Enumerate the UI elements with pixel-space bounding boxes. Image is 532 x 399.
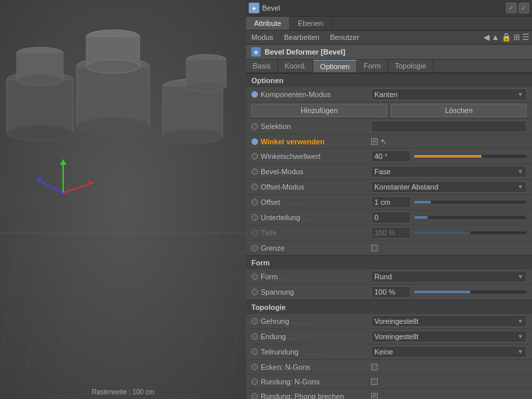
lock-icon[interactable]: 🔒 [501, 33, 511, 42]
deformer-header: ◈ Bevel Deformer [Bevel] [246, 45, 532, 60]
offset-label: Offset ............. [251, 198, 371, 206]
checkbox-rundung-phong[interactable] [371, 393, 378, 400]
row-spannung: Spannung 100 % [246, 285, 532, 300]
checkbox-winkel[interactable] [371, 138, 378, 145]
row-form: Form .... Rund ▼ [246, 269, 532, 285]
subtab-form[interactable]: Form [357, 60, 388, 72]
spannung-input[interactable]: 100 % [371, 286, 411, 298]
offset-value: 1 cm [371, 196, 527, 208]
ecken-ngons-value [371, 364, 527, 370]
form-dropdown[interactable]: Rund ▼ [371, 271, 527, 283]
radio-form[interactable] [251, 273, 258, 280]
radio-gehrung[interactable] [251, 318, 258, 325]
hinzufuegen-button[interactable]: Hinzufügen [251, 104, 387, 117]
menu-modus[interactable]: Modus [249, 32, 276, 43]
bevel-icon: ◈ [249, 3, 259, 13]
winkelschwellwert-input[interactable]: 40 ° [371, 150, 411, 162]
radio-winkelschwell[interactable] [251, 153, 258, 160]
radio-rundung-phong[interactable] [251, 393, 258, 400]
radio-teilrundung[interactable] [251, 348, 258, 355]
section-form: Form [246, 255, 532, 269]
section-topologie: Topologie [246, 300, 532, 314]
unterteilung-slider[interactable] [414, 215, 527, 219]
form-arrow-icon: ▼ [517, 273, 523, 280]
spannung-label: Spannung [251, 288, 371, 296]
subtab-basis[interactable]: Basis [246, 60, 278, 72]
topbar-title: Bevel [262, 4, 281, 12]
checkbox-grenze[interactable] [371, 245, 378, 251]
endung-value: Voreingestellt ▼ [371, 331, 527, 342]
row-offset-modus: Offset-Modus ..... Konstanter Abstand ▼ [246, 180, 532, 195]
subtab-koord[interactable]: Koord. [278, 60, 313, 72]
form-label: Form .... [251, 273, 371, 281]
radio-offset-modus[interactable] [251, 184, 258, 190]
row-winkelschwellwert: Winkelschwellwert 40 ° [246, 149, 532, 164]
nav-arrows: ◀ ▲ 🔒 ⊞ ☰ [483, 33, 529, 42]
check-icon[interactable]: ✓ [506, 3, 517, 13]
menu-icon[interactable]: ☰ [522, 33, 529, 42]
offset-modus-arrow-icon: ▼ [517, 184, 523, 190]
unterteilung-input[interactable]: 0 [371, 211, 411, 223]
offset-slider[interactable] [414, 200, 527, 204]
teilrundung-dropdown[interactable]: Keine ▼ [371, 346, 527, 358]
deformer-title: Bevel Deformer [Bevel] [265, 48, 345, 56]
selektion-input[interactable] [371, 120, 527, 132]
radio-bevel-modus[interactable] [251, 168, 258, 175]
winkelschwellwert-slider[interactable] [414, 154, 527, 158]
bevel-modus-arrow-icon: ▼ [517, 168, 523, 175]
gehrung-label: Gehrung ........... [251, 317, 371, 325]
winkelschwellwert-value: 40 ° [371, 150, 527, 162]
row-gehrung: Gehrung ........... Voreingestellt ▼ [246, 314, 532, 329]
menu-bearbeiten[interactable]: Bearbeiten [281, 32, 322, 43]
tiefe-input[interactable]: 100 % [371, 227, 411, 239]
loeschen-button[interactable]: Löschen [391, 104, 527, 117]
subtab-optionen[interactable]: Optionen [313, 60, 357, 72]
rundung-phong-value [371, 393, 527, 400]
offset-input[interactable]: 1 cm [371, 196, 411, 208]
radio-rundung-ngons[interactable] [251, 378, 258, 385]
svg-line-36 [37, 180, 63, 193]
tab-ebenen[interactable]: Ebenen [290, 17, 332, 30]
grenze-label: Grenze ........... [251, 244, 371, 252]
menu-benutzer[interactable]: Benutzer [327, 32, 362, 43]
checkbox-rundung-ngons[interactable] [371, 378, 378, 385]
radio-selektion[interactable] [251, 123, 258, 130]
radio-spannung[interactable] [251, 289, 258, 295]
spannung-slider[interactable] [414, 290, 527, 294]
bevel-modus-dropdown[interactable]: Fase ▼ [371, 166, 527, 178]
radio-endung[interactable] [251, 333, 258, 340]
row-selektion: Selektion [246, 119, 532, 134]
tiefe-slider[interactable] [414, 231, 527, 235]
row-rundung-phong: Rundung: Phong brechen [246, 389, 532, 399]
rundung-ngons-value [371, 378, 527, 385]
gehrung-dropdown[interactable]: Voreingestellt ▼ [371, 315, 527, 327]
subtab-topologie[interactable]: Topologie [388, 60, 434, 72]
checkbox-ecken-ngons[interactable] [371, 364, 378, 370]
teilrundung-arrow-icon: ▼ [517, 348, 523, 355]
endung-dropdown[interactable]: Voreingestellt ▼ [371, 331, 527, 342]
viewport-scale-label: Rasterweite : 100 cm [92, 388, 154, 396]
unterteilung-value: 0 [371, 211, 527, 223]
spannung-value: 100 % [371, 286, 527, 298]
arrow-up-icon[interactable]: ▲ [491, 33, 499, 42]
tab-attribute[interactable]: Attribute [246, 17, 290, 30]
offset-modus-dropdown[interactable]: Konstanter Abstand ▼ [371, 181, 527, 193]
row-komponenten-modus: Komponenten-Modus Kanten ▼ [246, 87, 532, 102]
radio-ecken-ngons[interactable] [251, 364, 258, 370]
teilrundung-value: Keine ▼ [371, 346, 527, 358]
radio-winkel[interactable] [251, 138, 258, 145]
bevel-modus-label: Bevel-Modus ..... [251, 168, 371, 176]
radio-komponenten[interactable] [251, 91, 258, 98]
komponenten-modus-dropdown[interactable]: Kanten ▼ [371, 88, 527, 100]
radio-unterteilung[interactable] [251, 214, 258, 221]
radio-grenze[interactable] [251, 245, 258, 251]
radio-tiefe[interactable] [251, 229, 258, 236]
tiefe-value: 100 % [371, 227, 527, 239]
radio-offset[interactable] [251, 199, 258, 205]
endung-label: Endung ........... [251, 332, 371, 340]
viewport-3d[interactable]: Rasterweite : 100 cm [0, 0, 246, 399]
check2-icon[interactable]: ✓ [519, 3, 529, 13]
arrow-left-icon[interactable]: ◀ [483, 33, 489, 42]
chain-icon[interactable]: ⊞ [513, 33, 520, 42]
row-ecken-ngons: Ecken: N-Gons ........ [246, 360, 532, 374]
